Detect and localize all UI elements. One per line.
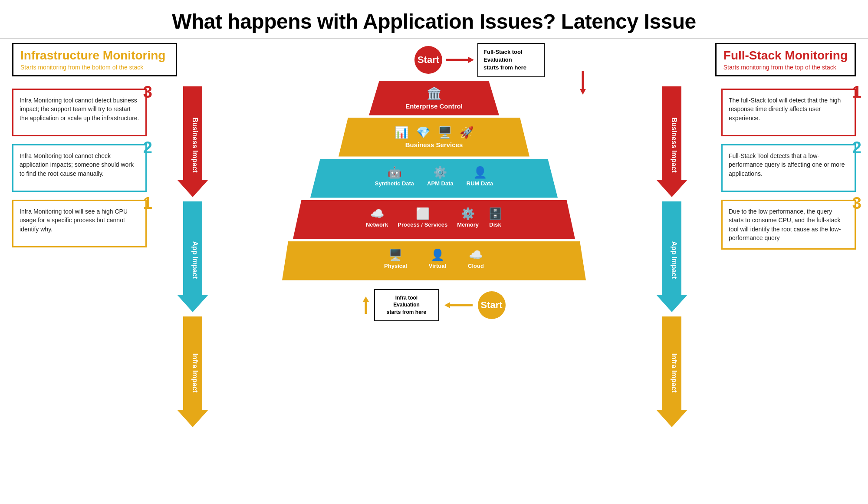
cloud-label: Cloud [468, 263, 484, 269]
tier-business-label: Business Services [405, 141, 463, 148]
fullstack-header-title: Full-Stack Monitoring [723, 49, 848, 63]
synthetic-data-label: Synthetic Data [375, 180, 414, 187]
left-card-3: 3 Infra Monitoring tool cannot detect bu… [12, 89, 147, 136]
process-label: Process / Services [398, 221, 447, 228]
left-arrows: Business Impact App Impact Infra Impact [177, 39, 212, 444]
right-section: Full-Stack Monitoring Starts monitoring … [691, 39, 860, 250]
left-card-text-2: Infra Monitoring tool cannot check appli… [20, 152, 139, 178]
right-card-number-2: 2 [852, 138, 861, 157]
pyramid-wrapper: 🏛️ Enterprise Control 📊 💎 🖥️ 🚀 Business … [282, 81, 586, 283]
left-card-number-1: 1 [143, 194, 152, 213]
virtual-label: Virtual [429, 263, 446, 269]
svg-text:App Impact: App Impact [671, 241, 678, 279]
left-section: Infrastructure Monitoring Starts monitor… [8, 39, 177, 247]
physical-label: Physical [384, 263, 407, 269]
tier-physical: 🖥️ Physical 👤 Virtual ☁️ Cloud [282, 241, 586, 280]
right-cards: 1 The full-Stack tool will detect that t… [721, 89, 860, 250]
right-card-text-1: The full-Stack tool will detect that the… [729, 96, 848, 122]
svg-marker-13 [444, 302, 450, 308]
svg-text:App Impact: App Impact [191, 241, 199, 279]
right-arrows-svg: Business Impact App Impact Infra Impact [656, 86, 687, 442]
svg-marker-11 [363, 296, 369, 302]
left-card-number-3: 3 [143, 83, 152, 102]
fullstack-header-subtitle: Starts monitoring from the top of the st… [723, 64, 848, 71]
infra-header-title: Infrastructure Monitoring [20, 49, 169, 63]
tier-enterprise-label: Enterprise Control [405, 102, 463, 110]
infra-header-subtitle: Starts monitoring from the bottom of the… [20, 64, 169, 71]
arrow-right-top [446, 57, 474, 63]
memory-label: Memory [457, 221, 479, 228]
tier-app: 🤖 Synthetic Data ⚙️ APM Data 👤 RUM Data [310, 159, 558, 198]
left-arrows-svg: Business Impact App Impact Infra Impact [177, 86, 208, 442]
left-card-text-3: Infra Monitoring tool cannot detect busi… [20, 96, 139, 122]
right-card-text-2: Full-Stack Tool detects that a low-perfo… [729, 152, 848, 178]
right-card-number-1: 1 [852, 83, 861, 102]
tier-enterprise: 🏛️ Enterprise Control [369, 81, 499, 115]
svg-marker-8 [468, 57, 474, 63]
top-start-row: Start Full-Stack toolEvaluationstarts fr… [212, 43, 656, 77]
svg-text:Infra Impact: Infra Impact [191, 353, 199, 393]
infra-header-box: Infrastructure Monitoring Starts monitor… [12, 43, 177, 76]
apm-data-label: APM Data [427, 180, 454, 187]
left-card-1: 1 Infra Monitoring tool will see a high … [12, 200, 147, 247]
right-card-number-3: 3 [852, 194, 861, 213]
right-card-text-3: Due to the low performance, the query st… [729, 207, 848, 242]
left-cards: 3 Infra Monitoring tool cannot detect bu… [8, 89, 177, 247]
left-card-2: 2 Infra Monitoring tool cannot check app… [12, 144, 147, 192]
page-title: What happens with Application Issues? La… [0, 0, 868, 39]
fullstack-eval-box: Full-Stack toolEvaluationstarts from her… [477, 43, 545, 77]
right-card-3: 3 Due to the low performance, the query … [721, 200, 856, 250]
right-arrows: Business Impact App Impact Infra Impact [656, 39, 691, 444]
left-card-text-1: Infra Monitoring tool will see a high CP… [20, 207, 139, 234]
start-circle-bottom: Start [478, 291, 506, 319]
svg-text:Business Impact: Business Impact [191, 117, 199, 173]
tier-business: 📊 💎 🖥️ 🚀 Business Services [339, 118, 529, 157]
bottom-start-row: Infra toolEvaluationstarts from here Sta… [363, 289, 506, 321]
right-card-2: 2 Full-Stack Tool detects that a low-per… [721, 144, 856, 192]
network-label: Network [366, 221, 388, 228]
infra-eval-box: Infra toolEvaluationstarts from here [374, 289, 439, 321]
center-section: Start Full-Stack toolEvaluationstarts fr… [212, 39, 656, 321]
right-card-1: 1 The full-Stack tool will detect that t… [721, 89, 856, 136]
start-top-group: Start Full-Stack toolEvaluationstarts fr… [414, 43, 545, 77]
start-circle-top: Start [414, 46, 442, 74]
disk-label: Disk [489, 221, 501, 228]
svg-text:Business Impact: Business Impact [671, 117, 678, 173]
left-card-number-2: 2 [143, 138, 152, 157]
content-area: Infrastructure Monitoring Starts monitor… [0, 39, 868, 504]
arrow-up-infra [363, 296, 369, 314]
svg-text:Infra Impact: Infra Impact [671, 353, 678, 393]
rum-data-label: RUM Data [467, 180, 493, 187]
arrow-left-bottom [444, 302, 473, 308]
fullstack-header-box: Full-Stack Monitoring Starts monitoring … [715, 43, 856, 76]
tier-infra: ☁️ Network ⬜ Process / Services ⚙️ Memor… [293, 200, 575, 239]
